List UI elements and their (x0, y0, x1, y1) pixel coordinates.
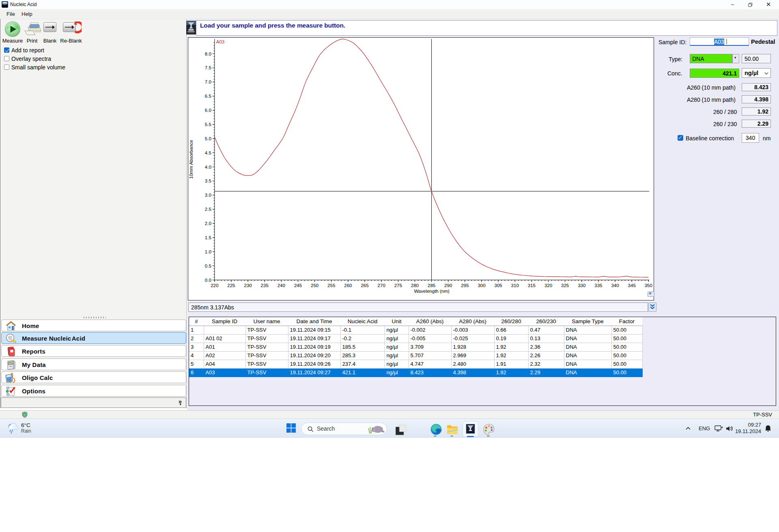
svg-text:275: 275 (394, 283, 402, 288)
svg-text:A03: A03 (216, 39, 224, 44)
svg-text:1.0: 1.0 (205, 249, 211, 254)
svg-text:4.0: 4.0 (205, 165, 211, 169)
svg-text:220: 220 (211, 283, 218, 288)
svg-text:230: 230 (244, 283, 252, 288)
svg-text:7.0: 7.0 (205, 79, 211, 84)
svg-text:260: 260 (344, 283, 352, 288)
svg-text:10mm Absorbance: 10mm Absorbance (189, 140, 194, 179)
svg-text:2.5: 2.5 (205, 207, 211, 212)
svg-text:285: 285 (428, 283, 435, 288)
svg-text:6.5: 6.5 (205, 94, 211, 99)
svg-text:250: 250 (311, 283, 318, 288)
svg-text:340: 340 (611, 283, 619, 288)
svg-text:6.0: 6.0 (205, 108, 211, 113)
svg-text:280: 280 (411, 283, 419, 288)
svg-text:325: 325 (561, 283, 569, 288)
svg-text:0.5: 0.5 (205, 264, 211, 268)
svg-text:235: 235 (261, 283, 269, 288)
svg-text:240: 240 (278, 283, 285, 288)
svg-text:315: 315 (528, 283, 536, 288)
svg-text:225: 225 (227, 283, 235, 288)
svg-text:330: 330 (578, 283, 585, 288)
svg-text:8.0: 8.0 (205, 51, 211, 56)
svg-text:0.0: 0.0 (205, 278, 211, 283)
svg-text:270: 270 (378, 283, 385, 288)
svg-text:310: 310 (511, 283, 519, 288)
svg-text:350: 350 (645, 283, 652, 288)
svg-text:3.5: 3.5 (205, 178, 211, 183)
svg-text:245: 245 (294, 283, 302, 288)
svg-text:335: 335 (594, 283, 602, 288)
svg-text:3.0: 3.0 (205, 193, 211, 197)
svg-text:7.5: 7.5 (205, 65, 211, 70)
svg-text:320: 320 (544, 283, 552, 288)
svg-text:1.5: 1.5 (205, 235, 211, 240)
svg-text:5.5: 5.5 (205, 122, 211, 127)
svg-text:265: 265 (361, 283, 368, 288)
svg-text:255: 255 (327, 283, 335, 288)
svg-text:295: 295 (461, 283, 469, 288)
svg-text:5.0: 5.0 (205, 136, 211, 141)
svg-text:Wavelength (nm): Wavelength (nm) (414, 289, 449, 294)
svg-text:305: 305 (495, 283, 502, 288)
svg-text:4.5: 4.5 (205, 150, 211, 155)
svg-text:2.0: 2.0 (205, 221, 211, 226)
svg-text:290: 290 (444, 283, 452, 288)
svg-text:345: 345 (628, 283, 636, 288)
svg-text:300: 300 (478, 283, 485, 288)
